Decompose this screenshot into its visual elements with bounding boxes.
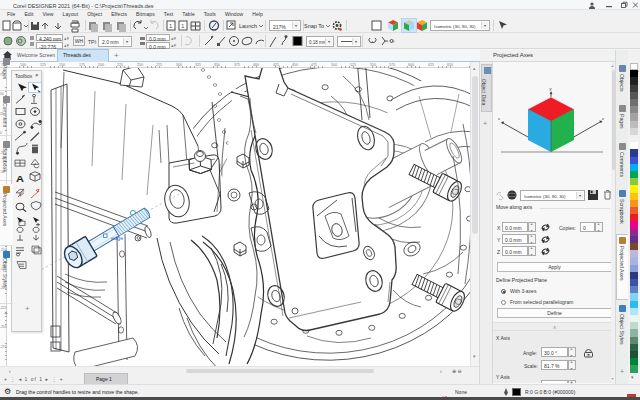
svg-text:Launch: Launch: [239, 23, 257, 29]
svg-text:+: +: [391, 38, 395, 45]
svg-text:Snap To: Snap To: [304, 23, 324, 29]
svg-text:y: y: [550, 86, 552, 91]
svg-text:A: A: [16, 173, 25, 183]
svg-text:+: +: [25, 304, 30, 313]
svg-text:z: z: [602, 116, 604, 121]
svg-text:edge: edge: [111, 235, 123, 241]
svg-text:x: x: [498, 116, 500, 121]
